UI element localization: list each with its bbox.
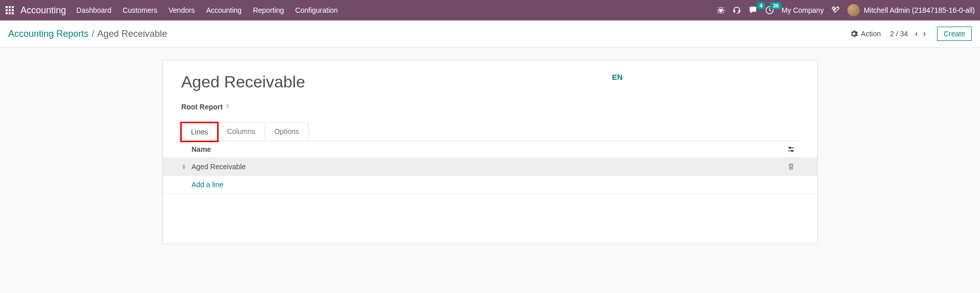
breadcrumb: Accounting Reports / Aged Receivable: [8, 29, 167, 39]
create-button[interactable]: Create: [937, 27, 972, 41]
add-line-row[interactable]: Add a line: [163, 176, 817, 194]
col-settings-icon[interactable]: [783, 145, 799, 153]
debug-icon[interactable]: [717, 6, 725, 14]
add-line-label: Add a line: [191, 181, 783, 189]
pager: 2 / 34 ‹ ›: [890, 29, 928, 38]
tab-options[interactable]: Options: [265, 122, 309, 141]
svg-rect-6: [6, 12, 8, 14]
topbar-right: 4 36 My Company Mitchell Admin (21847185…: [717, 4, 975, 16]
pager-prev-icon[interactable]: ‹: [913, 29, 920, 38]
app-title[interactable]: Accounting: [20, 5, 66, 16]
form-sheet: EN Aged Receivable Root Report ? Lines C…: [162, 60, 818, 244]
table-row[interactable]: ▲▼ Aged Receivable: [163, 158, 817, 176]
help-icon[interactable]: ?: [226, 104, 229, 110]
action-label: Action: [861, 30, 881, 38]
menu-dashboard[interactable]: Dashboard: [76, 6, 112, 14]
messages-icon[interactable]: 4: [749, 6, 758, 15]
tab-lines[interactable]: Lines: [181, 123, 218, 141]
menu-configuration[interactable]: Configuration: [295, 6, 338, 14]
avatar: [847, 4, 860, 16]
empty-row: [163, 194, 817, 213]
activities-icon[interactable]: 36: [765, 6, 774, 15]
root-report-label: Root Report: [181, 103, 223, 111]
action-button[interactable]: Action: [850, 30, 881, 38]
pager-value[interactable]: 2 / 34: [890, 30, 908, 38]
tools-icon[interactable]: [831, 6, 840, 15]
apps-icon[interactable]: [5, 6, 14, 15]
page-title: Aged Receivable: [181, 73, 799, 92]
activities-badge: 36: [770, 2, 781, 9]
control-bar: Accounting Reports / Aged Receivable Act…: [0, 20, 980, 48]
delete-row-icon[interactable]: [783, 163, 799, 170]
root-report-field: Root Report ?: [181, 103, 799, 111]
pager-next-icon[interactable]: ›: [921, 29, 928, 38]
topbar: Accounting Dashboard Customers Vendors A…: [0, 0, 980, 20]
svg-point-13: [790, 147, 791, 149]
svg-rect-2: [12, 6, 14, 8]
menu-accounting[interactable]: Accounting: [206, 6, 242, 14]
gear-icon: [850, 30, 858, 37]
svg-rect-3: [6, 9, 8, 11]
svg-rect-0: [6, 6, 8, 8]
breadcrumb-sep: /: [92, 29, 94, 39]
menu-customers[interactable]: Customers: [123, 6, 158, 14]
row-name: Aged Receivable: [191, 163, 783, 171]
drag-handle-icon[interactable]: ▲▼: [181, 164, 191, 170]
messages-badge: 4: [757, 2, 765, 9]
svg-point-14: [792, 150, 793, 152]
svg-rect-8: [12, 12, 14, 14]
control-right: Action 2 / 34 ‹ › Create: [850, 27, 972, 41]
support-icon[interactable]: [732, 6, 741, 15]
svg-rect-7: [9, 12, 11, 14]
company-switcher[interactable]: My Company: [781, 6, 823, 14]
lang-pill[interactable]: EN: [612, 73, 623, 81]
breadcrumb-current: Aged Receivable: [97, 29, 167, 39]
breadcrumb-parent[interactable]: Accounting Reports: [8, 29, 89, 39]
col-name: Name: [191, 145, 783, 153]
svg-point-9: [719, 9, 722, 12]
sheet-wrap: EN Aged Receivable Root Report ? Lines C…: [0, 48, 980, 256]
lines-list: Name ▲▼ Aged Receivable Add a line: [163, 141, 817, 213]
menu-vendors[interactable]: Vendors: [168, 6, 195, 14]
tab-columns[interactable]: Columns: [217, 122, 265, 141]
main-menu: Dashboard Customers Vendors Accounting R…: [76, 6, 717, 14]
svg-rect-5: [12, 9, 14, 11]
svg-rect-1: [9, 6, 11, 8]
list-header: Name: [163, 141, 817, 158]
menu-reporting[interactable]: Reporting: [253, 6, 284, 14]
user-menu[interactable]: Mitchell Admin (21847185-16-0-all): [847, 4, 975, 16]
user-name: Mitchell Admin (21847185-16-0-all): [864, 6, 975, 14]
svg-rect-4: [9, 9, 11, 11]
tabs: Lines Columns Options: [181, 122, 799, 141]
